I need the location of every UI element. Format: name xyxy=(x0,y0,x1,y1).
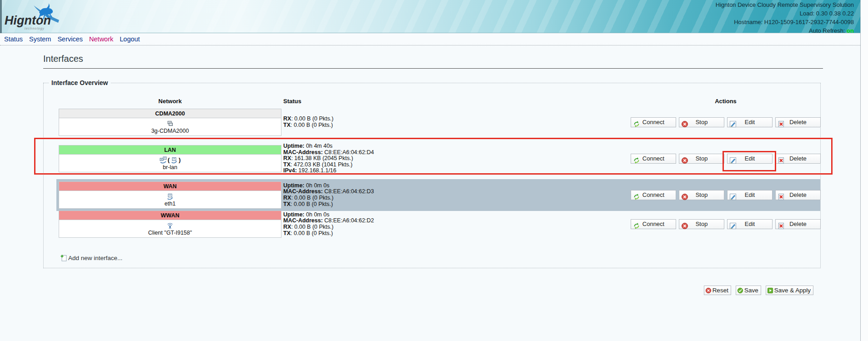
edit-icon xyxy=(729,119,737,128)
save-apply-icon xyxy=(767,287,773,294)
page-title: Interfaces xyxy=(43,54,823,69)
network-title-bar: WWAN xyxy=(59,211,281,220)
stop-icon xyxy=(681,192,688,201)
delete-icon xyxy=(778,119,785,128)
edit-button[interactable]: Edit xyxy=(727,190,773,200)
network-cell-body: Client "GT-I9158" xyxy=(59,220,281,237)
brand-logo: Hignton technology xyxy=(5,3,64,31)
stop-icon xyxy=(681,221,688,230)
stop-button[interactable]: Stop xyxy=(679,190,724,200)
status-cell: RX: 0.00 B (0 Pkts.) TX: 0.00 B (0 Pkts.… xyxy=(283,106,602,138)
status-line: TX: 0.00 B (0 Pkts.) xyxy=(283,201,602,208)
delete-label: Delete xyxy=(789,191,807,198)
nav-item-status[interactable]: Status xyxy=(4,35,23,43)
system-info: Hignton Device Cloudy Remote Supervisory… xyxy=(716,0,854,35)
connect-button[interactable]: Connect xyxy=(631,190,676,200)
interface-name: 3g-CDMA2000 xyxy=(151,128,189,135)
stop-icon xyxy=(681,119,688,128)
connect-icon xyxy=(633,192,640,201)
network-cell-body: eth1 xyxy=(59,191,281,208)
connect-button[interactable]: Connect xyxy=(631,117,676,127)
status-label: RX xyxy=(283,224,291,230)
status-value: 0h 0m 0s xyxy=(305,182,330,189)
status-line: MAC-Address: C8:EE:A6:04:62:D2 xyxy=(283,218,602,224)
interface-row-cdma2000: CDMA2000 3g-CDMA2000 RX: 0.00 B (0 Pkts.… xyxy=(44,106,820,138)
delete-label: Delete xyxy=(789,119,807,125)
connect-icon xyxy=(633,221,640,230)
nav-item-network[interactable]: Network xyxy=(89,35,113,43)
main-nav: Status System Services Network Logout xyxy=(0,33,860,45)
header-edge-strip xyxy=(0,0,2,33)
vertical-scrollbar[interactable] xyxy=(860,0,868,341)
delete-button[interactable]: Delete xyxy=(775,117,821,127)
nav-item-services[interactable]: Services xyxy=(57,35,83,43)
modem-3g-icon xyxy=(166,120,174,128)
save-icon xyxy=(737,287,743,294)
save-apply-button[interactable]: Save & Apply xyxy=(766,286,813,295)
network-title-bar: CDMA2000 xyxy=(59,109,281,118)
status-line: RX: 0.00 B (0 Pkts.) xyxy=(283,116,602,122)
wireless-icon xyxy=(166,221,174,230)
edit-label: Edit xyxy=(745,119,755,125)
status-label: TX xyxy=(283,230,291,236)
status-value: : 0.00 B (0 Pkts.) xyxy=(291,224,333,230)
delete-button[interactable]: Delete xyxy=(775,219,821,229)
interface-overview-fieldset: Interface Overview Network Status Action… xyxy=(43,83,821,268)
brand-name: Hignton xyxy=(5,14,51,28)
status-line: TX: 0.00 B (0 Pkts.) xyxy=(283,122,602,129)
actions-cell: Connect Stop Edit Delete xyxy=(631,109,821,136)
status-line: Uptime: 0h 0m 0s xyxy=(283,212,602,218)
status-value: C8:EE:A6:04:62:D2 xyxy=(323,217,374,224)
column-header-status: Status xyxy=(283,98,301,105)
interface-name: eth1 xyxy=(165,201,176,207)
network-cell: CDMA2000 3g-CDMA2000 xyxy=(59,109,281,136)
hostname: Hostname: H120-1509-1617-2932-7744-0098 xyxy=(716,18,854,26)
save-button[interactable]: Save xyxy=(736,286,761,295)
connect-button[interactable]: Connect xyxy=(631,219,676,229)
status-line: MAC-Address: C8:EE:A6:04:62:D3 xyxy=(283,189,602,195)
edit-button[interactable]: Edit xyxy=(727,219,773,229)
connect-label: Connect xyxy=(642,191,664,198)
stop-button[interactable]: Stop xyxy=(679,219,724,229)
status-line: RX: 0.00 B (0 Pkts.) xyxy=(283,195,602,201)
connect-label: Connect xyxy=(642,119,664,125)
brand-tagline: technology xyxy=(25,27,45,30)
status-value: 0h 0m 0s xyxy=(305,211,330,218)
stop-button[interactable]: Stop xyxy=(679,117,724,127)
network-cell: WWAN Client "GT-I9158" xyxy=(59,211,281,238)
annotation-rect-edit-button xyxy=(722,151,776,171)
status-line: TX: 0.00 B (0 Pkts.) xyxy=(283,231,602,237)
save-label: Save xyxy=(744,287,758,294)
edit-button[interactable]: Edit xyxy=(727,117,773,127)
edit-icon xyxy=(729,192,737,201)
edit-icon xyxy=(729,221,737,230)
column-header-network: Network xyxy=(59,98,281,105)
status-value: C8:EE:A6:04:62:D3 xyxy=(323,188,374,195)
status-cell: Uptime: 0h 0m 0s MAC-Address: C8:EE:A6:0… xyxy=(283,179,602,211)
edit-label: Edit xyxy=(745,221,755,227)
save-apply-label: Save & Apply xyxy=(774,287,811,294)
status-label: RX xyxy=(283,115,291,122)
status-label: Uptime: xyxy=(283,182,305,189)
status-label: TX xyxy=(283,122,291,128)
solution-title: Hignton Device Cloudy Remote Supervisory… xyxy=(716,0,854,9)
connect-label: Connect xyxy=(642,221,664,227)
stop-label: Stop xyxy=(696,119,708,125)
status-label: MAC-Address: xyxy=(283,217,323,224)
reset-button[interactable]: Reset xyxy=(704,286,731,295)
status-value: : 0.00 B (0 Pkts.) xyxy=(291,230,333,236)
nav-item-system[interactable]: System xyxy=(29,35,51,43)
interface-row-wan: WAN eth1 Uptime: 0h 0m 0s MAC-Address: C… xyxy=(44,179,820,211)
delete-label: Delete xyxy=(789,221,807,227)
nav-item-logout[interactable]: Logout xyxy=(120,35,140,43)
status-label: Uptime: xyxy=(283,211,305,218)
load-average: Load: 0.30 0.38 0.22 xyxy=(716,9,854,18)
add-new-interface-link[interactable]: Add new interface... xyxy=(60,254,122,261)
status-value: : 0.00 B (0 Pkts.) xyxy=(291,122,333,128)
annotation-rect-lan-row xyxy=(34,138,833,175)
form-actions-bar: Reset Save Save & Apply xyxy=(704,286,813,295)
delete-button[interactable]: Delete xyxy=(775,190,821,200)
status-label: MAC-Address: xyxy=(283,188,323,195)
reset-icon xyxy=(705,287,712,294)
network-cell: WAN eth1 xyxy=(59,181,281,209)
